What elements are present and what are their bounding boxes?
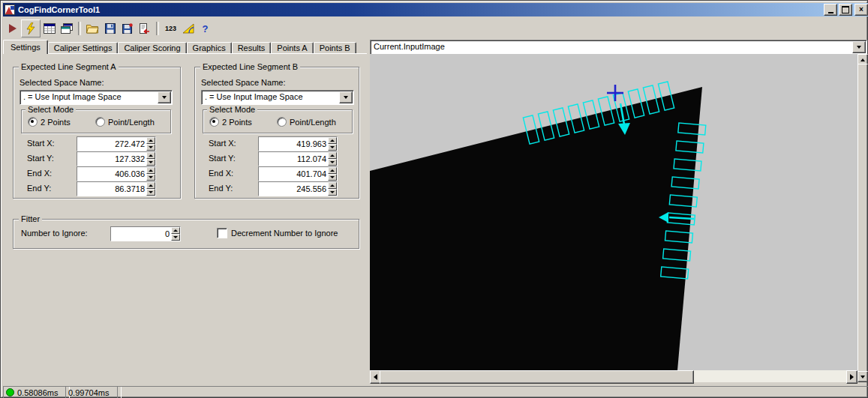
segment-a-group: Expected Line Segment A Selected Space N…: [13, 67, 181, 199]
tab-caliper-settings[interactable]: Caliper Settings: [48, 42, 119, 53]
segment-b-start-y-field: [258, 151, 338, 166]
open-folder-icon: [86, 24, 99, 34]
spin-down-button[interactable]: [146, 189, 155, 196]
spin-up-icon: [330, 139, 335, 142]
help-button[interactable]: ?: [197, 20, 214, 37]
angle-units-button[interactable]: [179, 20, 197, 37]
image-source-combo[interactable]: Current.InputImage: [370, 40, 867, 55]
close-button[interactable]: ×: [854, 4, 868, 16]
spin-up-button[interactable]: [328, 182, 337, 189]
tab-label: Points B: [320, 43, 350, 52]
run-button[interactable]: [4, 20, 21, 37]
segment-a-point-length-radio[interactable]: Point/Length: [95, 117, 155, 127]
spin-down-button[interactable]: [146, 159, 155, 166]
spin-up-button[interactable]: [146, 137, 155, 144]
tab-points-a[interactable]: Points A: [271, 42, 313, 53]
spin-up-button[interactable]: [328, 137, 337, 144]
floating-display-button[interactable]: [58, 20, 75, 37]
save-image-button[interactable]: [119, 20, 136, 37]
spinner: [146, 182, 155, 196]
spin-up-icon: [330, 184, 335, 187]
electric-run-button[interactable]: [21, 19, 41, 37]
floating-display-icon: [61, 23, 73, 34]
spinner: [146, 167, 155, 181]
spin-up-button[interactable]: [146, 182, 155, 189]
spin-up-button[interactable]: [328, 152, 337, 159]
import-image-button[interactable]: [136, 20, 153, 37]
tab-results[interactable]: Results: [232, 42, 272, 53]
spin-down-button[interactable]: [171, 234, 180, 241]
segment-a-space-combo[interactable]: . = Use Input Image Space: [20, 90, 173, 105]
vertical-scroll-thumb[interactable]: [857, 64, 868, 374]
tab-caliper-scoring[interactable]: Caliper Scoring: [118, 42, 186, 53]
maximize-button[interactable]: [839, 4, 852, 16]
segment-b-start-y-input[interactable]: [259, 152, 328, 166]
number-format-button[interactable]: 123: [162, 20, 179, 37]
segment-a-end-y-label: End Y:: [27, 184, 51, 193]
spin-down-button[interactable]: [328, 144, 337, 151]
horizontal-scroll-thumb[interactable]: [380, 370, 694, 384]
image-viewport[interactable]: [370, 54, 857, 370]
segment-b-end-y-label: End Y:: [209, 184, 233, 193]
scroll-right-button[interactable]: [846, 370, 857, 384]
minimize-button[interactable]: [824, 4, 837, 16]
dropdown-arrow-icon: [857, 46, 861, 49]
segment-b-end-y-input[interactable]: [259, 182, 328, 196]
number-to-ignore-label: Number to Ignore:: [21, 229, 88, 238]
result-grid-button[interactable]: [41, 20, 58, 37]
save-image-icon: [122, 23, 133, 34]
segment-b-group: Expected Line Segment B Selected Space N…: [194, 67, 359, 199]
spin-up-button[interactable]: [146, 152, 155, 159]
segment-b-select-mode-title: Select Mode: [207, 105, 257, 114]
window-titlebar[interactable]: CogFindCornerTool1 ×: [3, 3, 868, 16]
segment-a-end-x-field: [77, 166, 156, 181]
segment-b-start-x-input[interactable]: [259, 137, 328, 151]
spin-down-button[interactable]: [328, 174, 337, 181]
spinner: [146, 137, 155, 151]
spin-down-icon: [330, 176, 335, 178]
horizontal-scrollbar[interactable]: [370, 370, 857, 382]
status-panel-time2: 0.99704ms: [65, 386, 122, 398]
spinner: [328, 137, 337, 151]
image-source-dropdown-button[interactable]: [852, 41, 866, 53]
segment-b-space-combo[interactable]: . = Use Input Image Space: [201, 90, 354, 105]
open-button[interactable]: [84, 20, 101, 37]
segment-b-point-length-label: Point/Length: [290, 118, 336, 127]
segment-b-space-dropdown-button[interactable]: [339, 91, 353, 103]
spin-up-button[interactable]: [171, 227, 180, 234]
decrement-checkbox[interactable]: [217, 228, 227, 238]
spin-up-button[interactable]: [146, 167, 155, 174]
segment-a-start-x-input[interactable]: [77, 137, 146, 151]
segment-a-start-y-input[interactable]: [77, 152, 146, 166]
spin-up-button[interactable]: [328, 167, 337, 174]
segment-a-select-mode-title: Select Mode: [26, 105, 76, 114]
segment-a-space-dropdown-button[interactable]: [158, 91, 171, 103]
save-icon: [105, 23, 116, 34]
window-title: CogFindCornerTool1: [18, 5, 822, 14]
segment-b-end-x-input[interactable]: [259, 167, 328, 181]
spin-down-button[interactable]: [146, 144, 155, 151]
number-format-icon: 123: [165, 25, 176, 32]
tab-graphics[interactable]: Graphics: [187, 42, 232, 53]
spin-down-button[interactable]: [328, 159, 337, 166]
segment-b-group-title: Expected Line Segment B: [200, 62, 300, 71]
segment-a-2points-label: 2 Points: [41, 118, 71, 127]
segment-b-point-length-radio[interactable]: Point/Length: [277, 117, 336, 127]
tab-points-b[interactable]: Points B: [314, 42, 356, 53]
segment-a-end-x-input[interactable]: [77, 167, 146, 181]
number-to-ignore-input[interactable]: [111, 227, 171, 241]
spin-down-button[interactable]: [328, 189, 337, 196]
result-grid-icon: [44, 23, 56, 34]
segment-a-end-y-input[interactable]: [77, 182, 146, 196]
vertical-scrollbar[interactable]: [857, 54, 866, 382]
save-button[interactable]: [101, 20, 119, 37]
tab-label: Results: [238, 43, 266, 52]
scroll-down-button[interactable]: [857, 371, 868, 382]
radio-unselected-icon: [95, 117, 105, 127]
window-icon: [5, 4, 15, 15]
spin-down-button[interactable]: [146, 174, 155, 181]
segment-a-2points-radio[interactable]: 2 Points: [28, 117, 71, 127]
spin-up-icon: [149, 154, 153, 157]
tab-settings[interactable]: Settings: [3, 40, 48, 54]
segment-b-2points-radio[interactable]: 2 Points: [209, 117, 252, 127]
